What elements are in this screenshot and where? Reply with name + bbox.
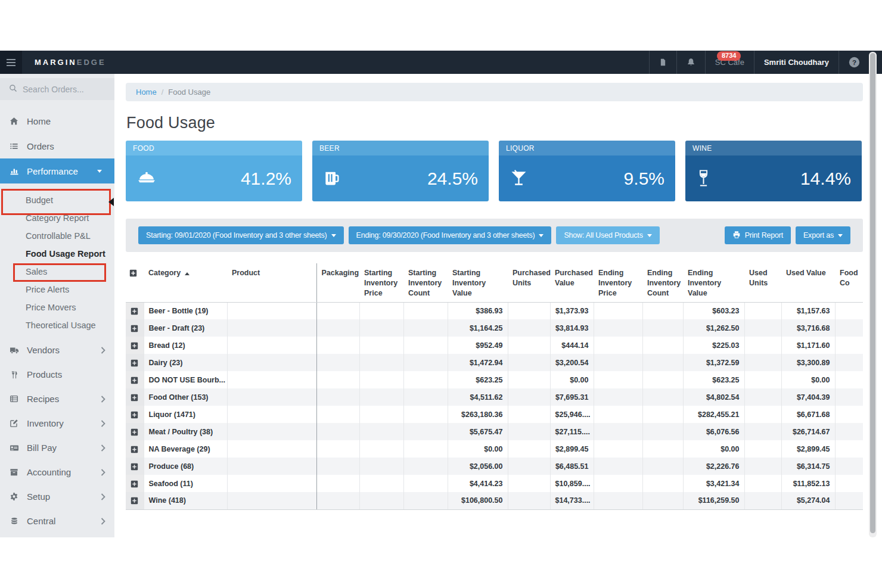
sidebar-item-accounting[interactable]: Accounting	[0, 460, 114, 484]
expand-row-button[interactable]	[126, 371, 144, 388]
expand-row-button[interactable]	[126, 440, 144, 458]
cell-used-value: $6,671.68	[781, 406, 835, 423]
bell-icon	[687, 58, 695, 67]
expand-row-button[interactable]	[126, 423, 144, 440]
column-header-ending-inventory-count[interactable]: Ending Inventory Count	[642, 263, 683, 302]
plus-square-icon[interactable]	[131, 325, 138, 332]
cell-end-value: $6,076.56	[683, 423, 744, 440]
column-header-product[interactable]: Product	[227, 263, 316, 302]
expand-row-button[interactable]	[126, 458, 144, 475]
page-scrollbar-thumb[interactable]	[870, 53, 875, 533]
sidebar-item-performance[interactable]: Performance	[0, 158, 114, 183]
notifications-button[interactable]	[676, 51, 705, 74]
expand-row-button[interactable]	[126, 319, 144, 337]
column-header-ending-inventory-value[interactable]: Ending Inventory Value	[683, 263, 744, 302]
sidebar-item-inventory[interactable]: Inventory	[0, 411, 114, 435]
column-header-ending-inventory-price[interactable]: Ending Inventory Price	[594, 263, 642, 302]
sidebar-item-central[interactable]: Central	[0, 509, 114, 533]
sidebar-item-recipes[interactable]: Recipes	[0, 387, 114, 411]
sidebar-subitem-price-alerts[interactable]: Price Alerts	[0, 281, 114, 298]
menu-icon[interactable]	[0, 51, 22, 74]
show-filter-dropdown[interactable]: Show: All Used Products	[556, 226, 659, 244]
kpi-card-label: BEER	[312, 141, 489, 155]
expand-row-button[interactable]	[126, 492, 144, 509]
column-header-used-value[interactable]: Used Value	[781, 263, 835, 302]
sidebar-subitem-sales[interactable]: Sales	[0, 263, 114, 281]
cell-start-price	[359, 371, 403, 388]
cell-purch-units	[508, 406, 550, 423]
plus-square-icon[interactable]	[131, 446, 138, 453]
column-header-packaging[interactable]: Packaging	[316, 263, 359, 302]
plus-square-icon[interactable]	[131, 394, 138, 402]
cell-start-price	[359, 302, 403, 319]
cell-start-price	[359, 337, 403, 354]
starting-date-label: Starting: 09/01/2020 (Food Inventory and…	[146, 231, 327, 239]
cell-end-value: $4,802.54	[683, 388, 744, 406]
expand-row-button[interactable]	[126, 475, 144, 492]
sidebar-subitem-budget[interactable]: Budget	[0, 191, 114, 209]
sidebar-item-vendors[interactable]: Vendors	[0, 338, 114, 362]
sidebar-subitem-controllable-p-l[interactable]: Controllable P&L	[0, 227, 114, 245]
plus-square-icon[interactable]	[131, 497, 138, 505]
cell-start-count	[403, 406, 448, 423]
column-header-purchased-value[interactable]: Purchased Value	[550, 263, 594, 302]
column-header-category[interactable]: Category	[144, 263, 227, 302]
plus-square-icon[interactable]	[129, 269, 137, 277]
column-header-starting-inventory-count[interactable]: Starting Inventory Count	[403, 263, 448, 302]
print-report-button[interactable]: Print Report	[725, 226, 791, 244]
breadcrumb-current: Food Usage	[168, 88, 210, 97]
ending-date-dropdown[interactable]: Ending: 09/30/2020 (Food Inventory and 3…	[349, 226, 552, 244]
sidebar-item-bill-pay[interactable]: Bill Pay	[0, 435, 114, 460]
search-input[interactable]	[23, 85, 100, 94]
expand-row-button[interactable]	[126, 388, 144, 406]
sidebar-subitem-theoretical-usage[interactable]: Theoretical Usage	[0, 316, 114, 334]
column-header-purchased-units[interactable]: Purchased Units	[508, 263, 550, 302]
cell-end-value: $3,421.34	[683, 475, 744, 492]
column-header-used-units[interactable]: Used Units	[744, 263, 781, 302]
plus-square-icon[interactable]	[131, 411, 138, 419]
sidebar-item-label: Products	[27, 369, 62, 379]
column-header-food-co[interactable]: Food Co	[835, 263, 863, 302]
chevron-right-icon	[101, 444, 105, 452]
sidebar-item-home[interactable]: Home	[0, 108, 114, 133]
plus-square-icon[interactable]	[131, 359, 138, 367]
table-row-beer-bottle-19: Beer - Bottle (19)$386.93$1,373.93$603.2…	[126, 302, 863, 319]
sidebar-item-setup[interactable]: Setup	[0, 484, 114, 509]
cursor-triangle-icon	[108, 198, 114, 206]
sidebar-subitem-food-usage-report[interactable]: Food Usage Report	[0, 245, 114, 263]
expand-row-button[interactable]	[126, 302, 144, 319]
cell-used-units	[744, 440, 781, 458]
sidebar-subitem-category-report[interactable]: Category Report	[0, 209, 114, 227]
sidebar-item-products[interactable]: Products	[0, 362, 114, 387]
cell-start-value: $623.25	[448, 371, 508, 388]
user-name[interactable]: Smriti Choudhary	[754, 51, 838, 74]
documents-button[interactable]	[649, 51, 676, 74]
starting-date-dropdown[interactable]: Starting: 09/01/2020 (Food Inventory and…	[138, 226, 344, 244]
plus-square-icon[interactable]	[131, 428, 138, 436]
show-filter-label: Show: All Used Products	[564, 231, 642, 239]
kpi-card-food: FOOD41.2%	[126, 141, 302, 201]
sidebar-item-orders[interactable]: Orders	[0, 133, 114, 158]
plus-square-icon[interactable]	[131, 463, 138, 471]
expand-row-button[interactable]	[126, 406, 144, 423]
breadcrumb-home-link[interactable]: Home	[136, 88, 157, 97]
cell-food-cost	[835, 371, 863, 388]
expand-row-button[interactable]	[126, 337, 144, 354]
expand-row-button[interactable]	[126, 354, 144, 371]
cell-purch-units	[508, 388, 550, 406]
cell-start-value: $1,164.25	[448, 319, 508, 337]
help-button[interactable]: ?	[838, 51, 869, 74]
column-header-starting-inventory-value[interactable]: Starting Inventory Value	[448, 263, 508, 302]
cell-start-value: $5,675.47	[448, 423, 508, 440]
plus-square-icon[interactable]	[131, 480, 138, 488]
table-row-na-beverage-29: NA Beverage (29)$0.00$2,899.45$0.00$2,89…	[126, 440, 863, 458]
expand-all-button[interactable]	[126, 263, 144, 302]
plus-square-icon[interactable]	[131, 377, 138, 384]
column-header-starting-inventory-price[interactable]: Starting Inventory Price	[359, 263, 403, 302]
plus-square-icon[interactable]	[131, 307, 138, 315]
plus-square-icon[interactable]	[131, 342, 138, 350]
cell-start-price	[359, 440, 403, 458]
sidebar-subitem-price-movers[interactable]: Price Movers	[0, 298, 114, 316]
cell-end-price	[594, 475, 642, 492]
export-as-dropdown[interactable]: Export as	[796, 226, 850, 244]
